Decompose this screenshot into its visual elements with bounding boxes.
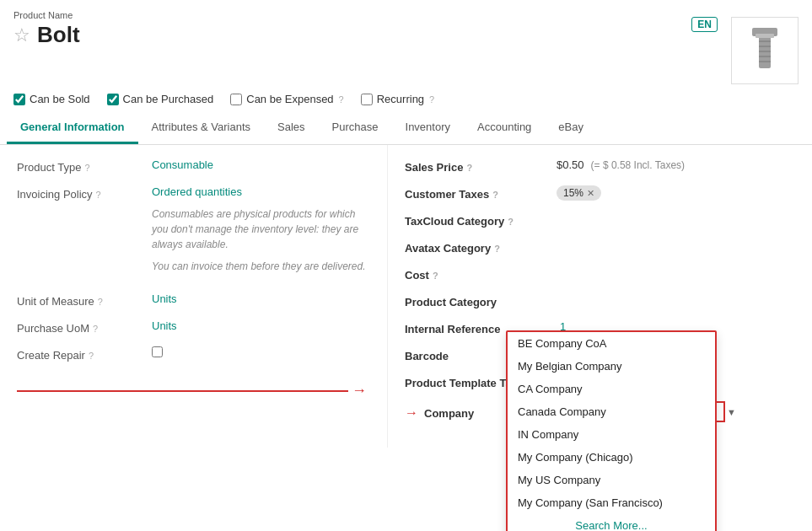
dropdown-item-3[interactable]: Canada Company [508, 400, 715, 423]
tab-general-information[interactable]: General Information [7, 112, 138, 144]
product-type-row: Product Type ? Consumable [17, 158, 370, 174]
tab-sales[interactable]: Sales [264, 112, 319, 144]
cost-row: Cost ? [405, 266, 795, 282]
help-icon-uom[interactable]: ? [98, 297, 103, 307]
help-icon-sales-price[interactable]: ? [466, 163, 472, 173]
tabs-row: General Information Attributes & Variant… [0, 112, 812, 145]
avatax-category-label: Avatax Category ? [405, 239, 557, 255]
tab-attributes-variants[interactable]: Attributes & Variants [138, 112, 265, 144]
avatax-category-row: Avatax Category ? [405, 239, 795, 255]
company-dropdown: BE Company CoA My Belgian Company CA Com… [506, 330, 717, 531]
taxcloud-category-label: TaxCloud Category ? [405, 212, 557, 228]
help-icon-expensed[interactable]: ? [339, 94, 344, 105]
product-category-row: Product Category [405, 293, 795, 308]
invoicing-policy-label: Invoicing Policy ? [17, 185, 152, 201]
help-icon-purchase-uom[interactable]: ? [93, 324, 98, 334]
product-title: Bolt [37, 22, 80, 48]
customer-taxes-row: Customer Taxes ? 15% ✕ [405, 185, 795, 201]
help-icon-taxcloud[interactable]: ? [508, 217, 514, 227]
company-arrow-icon: → [405, 405, 418, 421]
right-panel: Sales Price ? $0.50 (= $ 0.58 Incl. Taxe… [388, 145, 812, 448]
unit-of-measure-value[interactable]: Units [152, 292, 370, 305]
dropdown-item-5[interactable]: My Company (Chicago) [508, 446, 715, 469]
product-category-label: Product Category [405, 293, 557, 308]
help-icon-customer-taxes[interactable]: ? [492, 190, 498, 200]
can-be-purchased-checkbox[interactable]: Can be Purchased [107, 93, 214, 105]
sales-price-label: Sales Price ? [405, 158, 557, 174]
dropdown-item-4[interactable]: IN Company [508, 423, 715, 446]
invoicing-policy-value: Ordered quantities Consumables are physi… [152, 185, 370, 281]
dropdown-item-2[interactable]: CA Company [508, 378, 715, 400]
product-name-label: Product Name [13, 10, 80, 20]
help-icon-product-type[interactable]: ? [84, 163, 89, 173]
dropdown-arrow-icon[interactable]: ▼ [727, 407, 736, 417]
help-icon-avatax[interactable]: ? [494, 244, 500, 254]
sales-price-value: $0.50 (= $ 0.58 Incl. Taxes) [557, 158, 795, 171]
svg-rect-2 [756, 34, 774, 38]
tax-tag: 15% ✕ [557, 185, 601, 201]
search-more-link[interactable]: Search More... [508, 514, 715, 531]
star-icon[interactable]: ☆ [13, 24, 30, 46]
dropdown-item-7[interactable]: My Company (San Francisco) [508, 491, 715, 514]
dropdown-item-0[interactable]: BE Company CoA [508, 332, 715, 355]
purchase-uom-label: Purchase UoM ? [17, 319, 152, 335]
customer-taxes-value: 15% ✕ [557, 185, 795, 201]
tab-inventory[interactable]: Inventory [392, 112, 464, 144]
can-be-sold-checkbox[interactable]: Can be Sold [13, 93, 90, 105]
help-icon-invoicing[interactable]: ? [96, 190, 101, 200]
recurring-checkbox[interactable]: Recurring ? [361, 93, 434, 105]
language-badge[interactable]: EN [691, 17, 718, 32]
sales-price-row: Sales Price ? $0.50 (= $ 0.58 Incl. Taxe… [405, 158, 795, 174]
unit-of-measure-row: Unit of Measure ? Units [17, 292, 370, 308]
unit-of-measure-label: Unit of Measure ? [17, 292, 152, 308]
right-arrow-icon: → [352, 382, 367, 400]
dropdown-item-6[interactable]: My US Company [508, 469, 715, 491]
create-repair-label: Create Repair ? [17, 346, 152, 362]
left-panel: Product Type ? Consumable Invoicing Poli… [0, 145, 388, 448]
help-icon-create-repair[interactable]: ? [89, 351, 94, 361]
invoicing-note1: Consumables are physical products for wh… [152, 206, 370, 252]
cost-label: Cost ? [405, 266, 557, 282]
taxcloud-category-row: TaxCloud Category ? [405, 212, 795, 228]
purchase-uom-row: Purchase UoM ? Units [17, 319, 370, 335]
product-image [731, 17, 799, 84]
tab-purchase[interactable]: Purchase [319, 112, 392, 144]
dropdown-item-1[interactable]: My Belgian Company [508, 355, 715, 378]
taxes-incl-text: (= $ 0.58 Incl. Taxes) [591, 159, 686, 171]
tab-accounting[interactable]: Accounting [464, 112, 545, 144]
company-arrow-row: → [17, 382, 370, 400]
create-repair-checkbox[interactable] [152, 346, 163, 357]
purchase-uom-value[interactable]: Units [152, 319, 370, 332]
tab-ebay[interactable]: eBay [545, 112, 597, 144]
arrow-line [17, 390, 348, 392]
create-repair-value [152, 346, 370, 360]
create-repair-row: Create Repair ? [17, 346, 370, 362]
can-be-expensed-checkbox[interactable]: Can be Expensed ? [230, 93, 343, 105]
product-type-label: Product Type ? [17, 158, 152, 174]
checkboxes-row: Can be Sold Can be Purchased Can be Expe… [0, 88, 812, 112]
help-icon-recurring[interactable]: ? [429, 94, 434, 105]
sales-price-amount: $0.50 [557, 158, 584, 171]
invoicing-policy-row: Invoicing Policy ? Ordered quantities Co… [17, 185, 370, 281]
invoicing-note2: You can invoice them before they are del… [152, 259, 370, 274]
tax-tag-remove[interactable]: ✕ [587, 188, 594, 199]
product-type-value[interactable]: Consumable [152, 158, 370, 171]
customer-taxes-label: Customer Taxes ? [405, 185, 557, 201]
help-icon-cost[interactable]: ? [433, 271, 438, 281]
